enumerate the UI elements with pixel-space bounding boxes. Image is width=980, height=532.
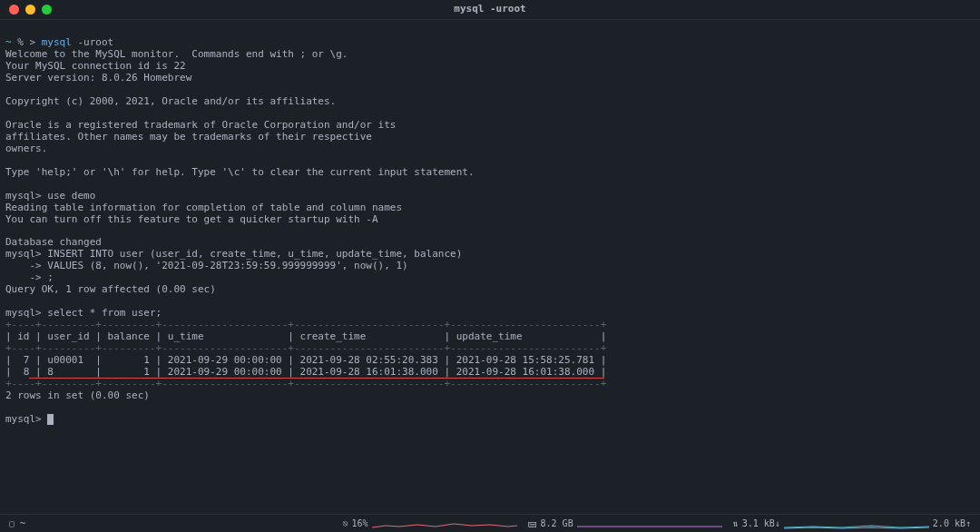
traffic-lights	[0, 5, 52, 15]
table-border: +----+---------+---------+--------------…	[5, 342, 606, 354]
terminal-output[interactable]: ~ % > mysql -uroot Welcome to the MySQL …	[0, 20, 980, 426]
welcome-line: owners.	[5, 143, 47, 154]
mysql-prompt: mysql>	[5, 413, 54, 425]
mysql-insert-line: mysql> INSERT INTO user (user_id, create…	[5, 248, 462, 260]
prompt-args: -uroot	[72, 36, 113, 48]
status-left-text: ▢ ~	[9, 518, 25, 529]
mysql-ok: Query OK, 1 row affected (0.00 sec)	[5, 283, 216, 295]
status-cpu-value: 16%	[351, 518, 368, 529]
welcome-line: Server version: 8.0.26 Homebrew	[5, 72, 191, 84]
minimize-icon[interactable]	[25, 5, 35, 15]
welcome-line: Type 'help;' or '\h' for help. Type '\c'…	[5, 166, 475, 178]
table-footer: 2 rows in set (0.00 sec)	[5, 389, 150, 401]
prompt-separator: % >	[12, 36, 42, 48]
memory-sparkline	[577, 518, 722, 529]
cpu-icon: ⎋	[342, 518, 348, 529]
table-header: | id | user_id | balance | u_time | crea…	[5, 330, 606, 342]
welcome-line: Copyright (c) 2000, 2021, Oracle and/or …	[5, 95, 336, 107]
welcome-line: Your MySQL connection id is 22	[5, 60, 186, 72]
mysql-msg: Reading table information for completion…	[5, 202, 402, 213]
close-icon[interactable]	[9, 5, 19, 15]
welcome-line: Welcome to the MySQL monitor. Commands e…	[5, 48, 348, 60]
cpu-sparkline	[372, 518, 517, 529]
prompt-command: mysql	[42, 36, 72, 48]
table-border: +----+---------+---------+--------------…	[5, 319, 606, 330]
table-row: | 7 | u00001 | 1 | 2021-09-29 00:00:00 |…	[5, 354, 606, 366]
network-icon: ⇅	[733, 518, 739, 529]
mysql-select-cmd: mysql> select * from user;	[5, 307, 162, 319]
prompt-home: ~	[5, 36, 12, 48]
highlight-underline	[29, 378, 604, 379]
status-memory-value: 8.2 GB	[541, 518, 573, 529]
mysql-use-cmd: mysql> use demo	[5, 190, 95, 202]
status-net-up: 2.0 kB↑	[933, 518, 971, 529]
welcome-line: affiliates. Other names may be trademark…	[5, 131, 372, 143]
mysql-insert-line: -> VALUES (8, now(), '2021-09-28T23:59:5…	[5, 260, 408, 271]
prompt-line: ~ % > mysql -uroot	[5, 36, 113, 48]
welcome-line: Oracle is a registered trademark of Orac…	[5, 119, 396, 131]
table-row-highlighted: | 8 | 8 | 1 | 2021-09-29 00:00:00 | 2021…	[5, 367, 606, 379]
status-network[interactable]: ⇅ 3.1 kB↓ 2.0 kB↑	[733, 518, 971, 529]
mysql-msg: Database changed	[5, 236, 102, 248]
status-left[interactable]: ▢ ~	[9, 518, 25, 529]
status-net-down: 3.1 kB↓	[742, 518, 780, 529]
titlebar: mysql -uroot	[0, 0, 980, 20]
cursor	[47, 414, 54, 425]
status-cpu[interactable]: ⎋ 16%	[342, 518, 516, 529]
table-border: +----+---------+---------+--------------…	[5, 378, 606, 389]
network-sparkline	[784, 518, 929, 529]
window-title: mysql -uroot	[454, 4, 525, 15]
mysql-prompt-text: mysql>	[5, 413, 47, 425]
memory-icon: 🖴	[528, 518, 537, 529]
mysql-msg: You can turn off this feature to get a q…	[5, 213, 378, 225]
status-memory[interactable]: 🖴 8.2 GB	[528, 518, 722, 529]
maximize-icon[interactable]	[42, 5, 52, 15]
table-row-content: | 8 | 8 | 1 | 2021-09-29 00:00:00 | 2021…	[5, 366, 606, 378]
statusbar: ▢ ~ ⎋ 16% 🖴 8.2 GB ⇅ 3.1 kB↓ 2.0 kB↑	[0, 514, 980, 532]
mysql-insert-line: -> ;	[5, 271, 54, 283]
